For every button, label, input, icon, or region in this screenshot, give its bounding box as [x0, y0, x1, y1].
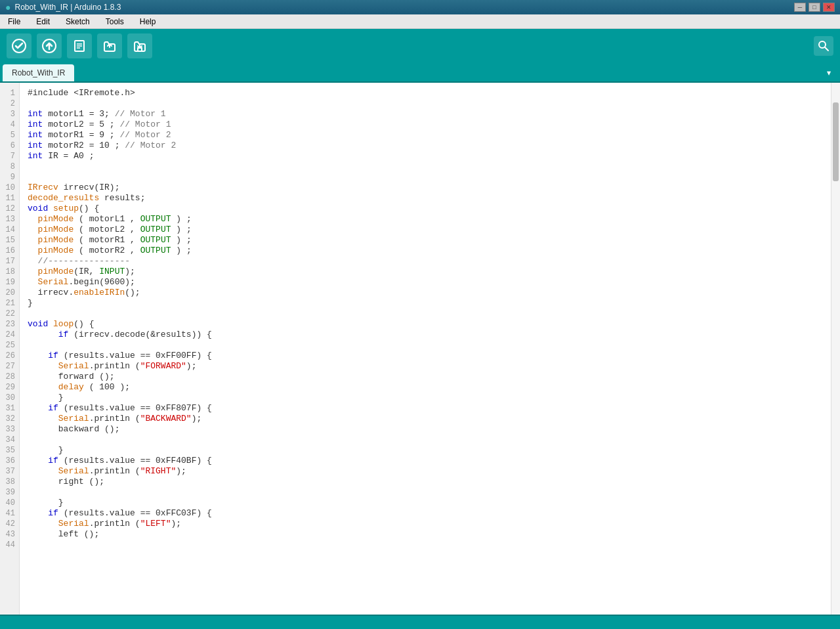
scrollbar-thumb[interactable] — [833, 102, 839, 181]
toolbar-right — [814, 36, 833, 56]
code-editor[interactable]: #include <IRremote.h> int motorL1 = 3; /… — [20, 83, 831, 615]
menu-help[interactable]: Help — [135, 16, 161, 28]
new-button[interactable] — [67, 33, 92, 58]
tab-bar: Robot_With_IR ▾ — [0, 63, 840, 83]
editor-wrapper: 1 2 3 4 5 6 7 8 9 10 11 12 13 14 15 16 1… — [0, 83, 840, 615]
title-bar-controls: ─ □ ✕ — [794, 3, 835, 12]
maximize-button[interactable]: □ — [808, 3, 820, 12]
tab-dropdown[interactable]: ▾ — [820, 64, 837, 81]
open-icon — [102, 39, 117, 53]
svg-line-8 — [825, 47, 828, 51]
app-icon: ● — [5, 2, 10, 12]
new-icon — [72, 39, 87, 53]
menu-file[interactable]: File — [3, 16, 26, 28]
menu-sketch[interactable]: Sketch — [60, 16, 95, 28]
line-numbers: 1 2 3 4 5 6 7 8 9 10 11 12 13 14 15 16 1… — [0, 83, 20, 615]
code-area[interactable]: 1 2 3 4 5 6 7 8 9 10 11 12 13 14 15 16 1… — [0, 83, 840, 615]
title-bar: ● Robot_With_IR | Arduino 1.8.3 ─ □ ✕ — [0, 0, 840, 14]
upload-button[interactable] — [37, 33, 62, 58]
save-button[interactable] — [127, 33, 152, 58]
window-title: Robot_With_IR | Arduino 1.8.3 — [14, 3, 121, 12]
menu-edit[interactable]: Edit — [31, 16, 55, 28]
verify-icon — [12, 39, 26, 53]
scrollbar[interactable] — [831, 83, 840, 615]
tab-label: Robot_With_IR — [12, 68, 65, 77]
search-icon — [818, 40, 830, 52]
verify-button[interactable] — [7, 33, 32, 58]
menu-tools[interactable]: Tools — [100, 16, 129, 28]
upload-icon — [42, 39, 56, 53]
toolbar — [0, 29, 840, 63]
search-button[interactable] — [814, 36, 833, 56]
tab-robot-with-ir[interactable]: Robot_With_IR — [3, 64, 74, 81]
menu-bar: File Edit Sketch Tools Help — [0, 14, 840, 29]
status-bar — [0, 615, 840, 629]
title-bar-left: ● Robot_With_IR | Arduino 1.8.3 — [5, 2, 121, 12]
save-icon — [133, 39, 147, 53]
open-button[interactable] — [97, 33, 122, 58]
close-button[interactable]: ✕ — [823, 3, 835, 12]
minimize-button[interactable]: ─ — [794, 3, 806, 12]
